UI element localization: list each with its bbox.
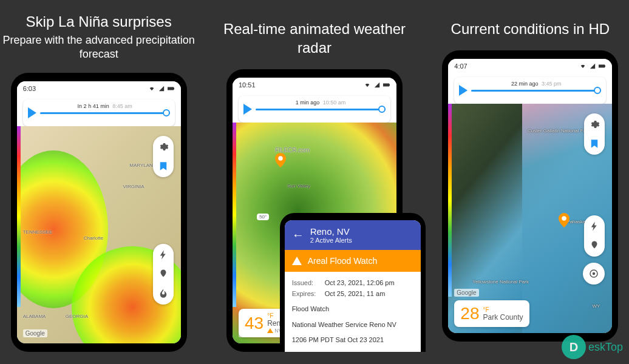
controls-pill-top [584,113,605,155]
alert-screen: ← Reno, NV 2 Active Alerts Areal Flood W… [285,220,421,352]
location-pin-icon[interactable] [275,153,286,167]
lightning-button[interactable] [156,248,171,262]
timeline-sub: 3:45 pm [542,81,562,87]
timeline-knob[interactable] [163,109,170,116]
timeline-label: In 2 h 41 min 8:45 am [74,103,136,110]
warning-icon [292,257,302,265]
timeline-label: 22 min ago 3:45 pm [508,80,565,87]
location-pin-icon[interactable] [559,213,570,228]
svg-rect-6 [605,66,605,67]
settings-button[interactable] [587,117,602,132]
status-time: 4:07 [454,62,467,70]
lightning-button[interactable] [587,219,602,234]
panel-subtitle: Prepare with the advanced precipitation … [0,33,197,61]
controls-pill-bottom [584,215,605,257]
play-icon[interactable] [459,85,467,96]
alert-header-text: Reno, NV 2 Active Alerts [310,226,352,244]
status-bar: 4:07 [448,59,612,73]
timeline-main: 1 min ago [296,99,320,106]
alert-issuer: National Weather Service Reno NV [292,320,413,331]
svg-point-7 [562,216,567,221]
battery-icon [168,86,175,92]
bookmark-button[interactable] [587,136,602,151]
status-icons [364,82,390,88]
map-controls [584,113,605,257]
watermark-icon: D [562,335,586,359]
google-attribution: Google [23,329,47,337]
alert-detail-phone: ← Reno, NV 2 Active Alerts Areal Flood W… [280,213,426,352]
alert-type: Areal Flood Watch [308,256,378,266]
map-label: Sun Valley [287,183,310,189]
svg-point-4 [278,157,283,161]
expires-value: Oct 25, 2021, 11 am [325,289,386,300]
alert-timestamp: 1206 PM PDT Sat Oct 23 2021 [292,335,413,346]
feature-panel-forecast: Skip La Niña surprises Prepare with the … [0,12,197,352]
color-legend [233,123,236,307]
svg-rect-1 [174,88,174,90]
timeline-sub: 10:50 am [323,99,346,106]
status-time: 6:03 [23,85,36,92]
timeline-main: In 2 h 41 min [78,103,109,109]
storm-button[interactable] [156,267,171,281]
svg-rect-0 [168,87,174,90]
timeline-bar[interactable]: 22 min ago 3:45 pm [454,77,606,104]
alert-banner[interactable]: Areal Flood Watch [285,250,421,272]
phone-mockup: 6:03 In 2 h 41 min 8:45 am [11,73,187,352]
issued-label: Issued: [292,278,321,289]
feature-panel-hd: Current conditions in HD 4:07 22 min ago… [432,12,629,352]
signal-icon [589,63,596,69]
timeline-bar[interactable]: 1 min ago 10:50 am [239,96,390,123]
alert-icon [267,328,273,333]
back-icon[interactable]: ← [292,228,304,242]
settings-button[interactable] [156,140,171,154]
map-label: WY [592,303,600,309]
color-legend [17,126,21,307]
svg-rect-2 [383,84,389,87]
status-time: 10:51 [239,81,256,89]
temp-chip[interactable]: 50° [257,214,269,220]
battery-icon [383,82,390,88]
play-icon[interactable] [243,104,252,115]
timeline-sub: 8:45 am [112,103,132,109]
panel-title: Real-time animated weather radar [216,19,413,57]
google-attribution: Google [454,289,478,297]
map-label: Yellowstone National Park [472,279,529,285]
svg-rect-5 [599,65,605,68]
battery-icon [599,63,606,69]
timeline-knob[interactable] [378,106,386,113]
timeline-label: 1 min ago 10:50 am [292,99,350,106]
status-bar: 6:03 [17,81,181,96]
temp-unit: °F [483,306,523,313]
svg-rect-3 [389,84,390,86]
phone-screen: 6:03 In 2 h 41 min 8:45 am [17,81,181,343]
timeline-slider[interactable]: In 2 h 41 min 8:45 am [40,112,170,114]
alert-count: 2 Active Alerts [310,237,352,244]
timeline-slider[interactable]: 1 min ago 10:50 am [256,109,386,110]
temp-value: 43 [245,314,264,333]
timeline-slider[interactable]: 22 min ago 3:45 pm [471,90,601,92]
bookmark-button[interactable] [156,159,171,174]
map-label: VIRGINIA [123,184,144,189]
signal-icon [158,86,165,92]
phone-screen: 4:07 22 min ago 3:45 pm [448,59,612,333]
alert-header: ← Reno, NV 2 Active Alerts [285,220,421,250]
fire-button[interactable] [156,286,171,301]
status-icons [579,63,606,69]
panel-title: Skip La Niña surprises [26,12,172,31]
timeline-knob[interactable] [594,87,601,94]
color-legend [448,104,452,297]
storm-button[interactable] [587,238,602,253]
expires-label: Expires: [292,289,321,300]
map-label: TENNESSEE [23,229,52,235]
map-label: Charlotte [84,235,103,241]
watermark-text: eskTop [588,341,623,354]
play-icon[interactable] [28,107,36,118]
wifi-icon [579,63,586,69]
panel-title: Current conditions in HD [451,19,610,38]
controls-pill-top [153,136,174,177]
alert-location: Reno, NV [310,226,352,237]
temp-value: 28 [460,304,479,323]
temp-location: Park County [483,313,523,322]
current-temp-card[interactable]: 28 °F Park County [454,300,529,327]
timeline-bar[interactable]: In 2 h 41 min 8:45 am [23,99,175,126]
